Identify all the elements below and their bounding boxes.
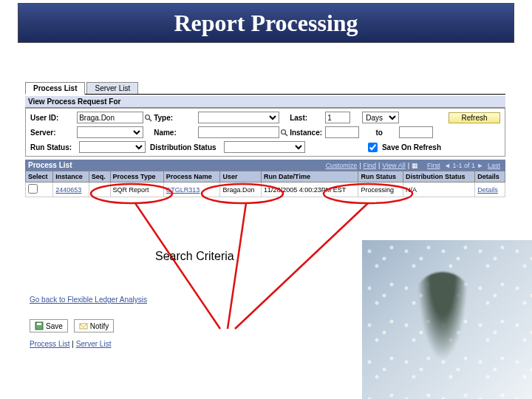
svg-point-0 — [145, 115, 149, 119]
save-icon — [35, 321, 44, 330]
notify-icon — [79, 321, 88, 330]
next-icon[interactable]: ► — [477, 162, 484, 169]
cell-process-name[interactable]: CTGLR313 — [166, 186, 200, 194]
cell-user: Braga.Don — [220, 183, 262, 197]
process-grid: Select Instance Seq. Process Type Proces… — [25, 171, 505, 197]
col-run-status[interactable]: Run Status — [358, 171, 403, 183]
cell-dist-status: N/A — [403, 183, 475, 197]
tab-process-list[interactable]: Process List — [25, 82, 85, 95]
user-id-label: User ID: — [30, 114, 77, 122]
footer-process-list-link[interactable]: Process List — [30, 340, 69, 348]
decorative-winter-image — [362, 240, 532, 399]
first-link[interactable]: First — [427, 162, 440, 169]
server-label: Server: — [30, 129, 77, 137]
type-select[interactable] — [198, 112, 279, 123]
last-value-input[interactable] — [325, 112, 350, 123]
footer-links: Process List | Server List — [30, 340, 111, 348]
footer-buttons: Save Notify — [30, 319, 114, 332]
grid-header-row: Select Instance Seq. Process Type Proces… — [26, 171, 505, 183]
page-title: Report Processing — [174, 10, 358, 37]
section-view-for: View Process Request For — [25, 96, 505, 108]
title-banner: Report Processing — [18, 3, 514, 43]
svg-line-3 — [285, 133, 287, 135]
search-criteria: User ID: Type: Last: Days Refresh Server… — [25, 108, 505, 157]
instance-from-input[interactable] — [325, 126, 359, 138]
customize-link[interactable]: Customize — [326, 162, 358, 169]
name-lookup-icon[interactable] — [279, 128, 288, 137]
cell-details-link[interactable]: Details — [477, 186, 498, 194]
footer-server-list-link[interactable]: Server List — [76, 340, 112, 348]
process-list-bar: Process List Customize | Find | View All… — [25, 160, 505, 171]
col-process-type[interactable]: Process Type — [110, 171, 163, 183]
app-panel: Process List Server List View Process Re… — [25, 81, 505, 197]
svg-point-2 — [281, 129, 285, 134]
col-process-name[interactable]: Process Name — [163, 171, 220, 183]
col-user[interactable]: User — [220, 171, 262, 183]
dist-status-label: Distribution Status — [150, 143, 219, 151]
run-status-select[interactable] — [79, 141, 146, 153]
col-run-dt[interactable]: Run Date/Time — [262, 171, 358, 183]
name-label: Name: — [154, 129, 198, 137]
tab-strip: Process List Server List — [25, 81, 505, 95]
view-all-link[interactable]: View All — [382, 162, 405, 169]
col-dist-status[interactable]: Distribution Status — [403, 171, 475, 183]
instance-to-input[interactable] — [399, 126, 433, 138]
refresh-button[interactable]: Refresh — [449, 112, 500, 123]
run-status-label: Run Status: — [30, 143, 75, 151]
find-link[interactable]: Find — [363, 162, 376, 169]
save-on-refresh-label: Save On Refresh — [382, 143, 444, 151]
name-input[interactable] — [198, 126, 279, 138]
tab-server-list[interactable]: Server List — [86, 82, 138, 94]
instance-label: Instance: — [290, 129, 325, 137]
cell-seq — [89, 183, 110, 197]
cell-run-status: Processing — [358, 183, 403, 197]
user-id-lookup-icon[interactable] — [143, 113, 152, 122]
notify-button-label: Notify — [90, 322, 109, 330]
col-select[interactable]: Select — [26, 171, 53, 183]
col-instance[interactable]: Instance — [53, 171, 89, 183]
notify-button[interactable]: Notify — [74, 319, 115, 332]
range-text: 1-1 of 1 — [453, 162, 476, 169]
save-button[interactable]: Save — [30, 319, 68, 332]
sheet-icon[interactable]: ▦ — [412, 162, 418, 169]
type-label: Type: — [154, 114, 198, 122]
server-select[interactable] — [77, 126, 143, 138]
last-link[interactable]: Last — [488, 162, 500, 169]
user-id-input[interactable] — [77, 112, 143, 123]
save-on-refresh-checkbox[interactable] — [368, 143, 378, 152]
svg-rect-8 — [37, 323, 41, 325]
cell-run-dt: 11/28/2005 4:00:23PM EST — [262, 183, 358, 197]
cell-process-type: SQR Report — [110, 183, 163, 197]
go-back-link[interactable]: Go back to Flexible Ledger Analysis — [30, 296, 147, 304]
row-select-checkbox[interactable] — [28, 184, 38, 194]
dist-status-select[interactable] — [224, 141, 305, 153]
col-seq[interactable]: Seq. — [89, 171, 110, 183]
table-row: 2440653 SQR Report CTGLR313 Braga.Don 11… — [26, 183, 505, 197]
save-button-label: Save — [46, 322, 63, 330]
prev-icon[interactable]: ◄ — [444, 162, 451, 169]
annotation-label: Search Criteria — [155, 250, 234, 263]
cell-instance[interactable]: 2440653 — [55, 186, 81, 194]
col-details[interactable]: Details — [475, 171, 505, 183]
process-list-title: Process List — [28, 161, 72, 169]
to-label: to — [362, 129, 399, 137]
last-unit-select[interactable]: Days — [362, 112, 399, 123]
svg-line-1 — [149, 118, 151, 120]
last-label: Last: — [290, 114, 325, 122]
